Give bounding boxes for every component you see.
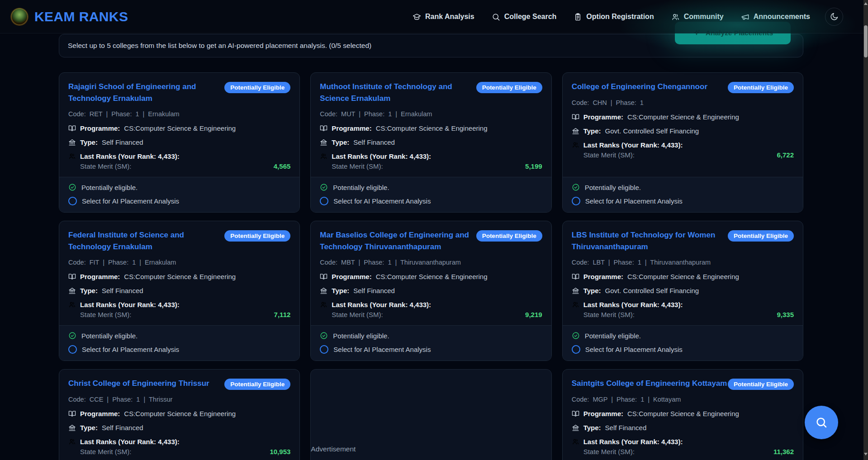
last-ranks-row: Last Ranks (Your Rank: 4,433): <box>320 152 542 161</box>
select-radio[interactable] <box>68 197 77 205</box>
state-merit-label: State Merit (SM): <box>583 448 635 456</box>
nav-item-option-registration[interactable]: Option Registration <box>574 13 654 21</box>
college-title[interactable]: LBS Institute of Technology for Women Th… <box>572 229 728 253</box>
card-footer: Potentially eligible. Select for AI Plac… <box>311 177 551 212</box>
nav-item-community[interactable]: Community <box>671 13 724 21</box>
scrollbar-thumb[interactable] <box>864 25 868 57</box>
eligibility-badge: Potentially Eligible <box>224 82 290 93</box>
book-icon <box>572 273 579 280</box>
people-icon <box>68 438 76 446</box>
type-value: Self Financed <box>102 286 143 295</box>
book-icon <box>572 113 579 121</box>
last-ranks-label: Last Ranks (Your Rank: 4,433): <box>583 141 683 149</box>
last-ranks-label: Last Ranks (Your Rank: 4,433): <box>332 300 431 309</box>
college-meta: Code: CCE | Phase: 1 | Thrissur <box>68 396 290 403</box>
select-row[interactable]: Select for AI Placement Analysis <box>68 197 290 205</box>
select-row[interactable]: Select for AI Placement Analysis <box>320 197 542 205</box>
eligibility-badge: Potentially Eligible <box>728 379 794 390</box>
college-meta: Code: FIT | Phase: 1 | Ernakulam <box>68 259 290 266</box>
college-title[interactable]: Rajagiri School of Engineering and Techn… <box>68 81 224 104</box>
college-title[interactable]: Federal Institute of Science and Technol… <box>68 229 224 253</box>
state-merit-value: 10,953 <box>270 448 290 456</box>
college-title[interactable]: Saintgits College of Engineering Kottaya… <box>572 378 727 389</box>
state-merit-value: 5,199 <box>525 162 542 171</box>
nav-item-rank-analysis[interactable]: Rank Analysis <box>413 13 474 21</box>
select-row[interactable]: Select for AI Placement Analysis <box>68 345 290 354</box>
theme-toggle-button[interactable] <box>825 8 843 26</box>
programme-value: CS:Computer Science & Engineering <box>376 272 488 281</box>
programme-value: CS:Computer Science & Engineering <box>627 113 739 121</box>
programme-row: Programme: CS:Computer Science & Enginee… <box>320 124 542 133</box>
college-title[interactable]: College of Engineering Chengannoor <box>572 81 707 93</box>
state-merit-value: 6,722 <box>777 151 794 159</box>
type-value: Self Financed <box>102 138 143 147</box>
scrollbar-down-arrow[interactable] <box>864 453 868 455</box>
last-ranks-label: Last Ranks (Your Rank: 4,433): <box>583 300 683 309</box>
state-merit-row: State Merit (SM): 9,335 <box>572 311 794 319</box>
type-row: Type: Self Financed <box>68 423 290 432</box>
select-label[interactable]: Select for AI Placement Analysis <box>585 197 683 205</box>
select-radio[interactable] <box>320 197 328 205</box>
last-ranks-row: Last Ranks (Your Rank: 4,433): <box>320 300 542 309</box>
college-title[interactable]: Mar Baselios College of Engineering and … <box>320 229 476 253</box>
state-merit-row: State Merit (SM): 10,953 <box>68 448 290 456</box>
type-row: Type: Self Financed <box>320 286 542 295</box>
people-icon <box>572 301 579 308</box>
state-merit-label: State Merit (SM): <box>332 162 383 171</box>
bank-icon <box>320 138 327 146</box>
college-title[interactable]: Christ College of Engineering Thrissur <box>68 378 209 389</box>
nav-item-college-search[interactable]: College Search <box>492 13 557 21</box>
scrollbar-up-arrow[interactable] <box>864 2 868 5</box>
programme-value: CS:Computer Science & Engineering <box>376 124 488 133</box>
type-label: Type: <box>583 127 601 135</box>
brand-title: KEAM RANKS <box>34 9 128 24</box>
check-circle-icon <box>68 183 76 191</box>
select-label[interactable]: Select for AI Placement Analysis <box>82 197 179 205</box>
clipboard-icon <box>574 13 582 21</box>
programme-label: Programme: <box>80 124 120 133</box>
select-radio[interactable] <box>572 345 580 354</box>
state-merit-label: State Merit (SM): <box>80 162 131 171</box>
select-radio[interactable] <box>68 345 77 354</box>
eligible-note: Potentially eligible. <box>585 184 641 191</box>
college-meta: Code: LBT | Phase: 1 | Thiruvananthapura… <box>572 259 794 266</box>
bank-icon <box>320 287 327 294</box>
select-label[interactable]: Select for AI Placement Analysis <box>333 346 431 353</box>
last-ranks-label: Last Ranks (Your Rank: 4,433): <box>583 437 683 446</box>
chat-search-fab[interactable] <box>805 406 838 439</box>
search-icon <box>815 416 828 429</box>
last-ranks-row: Last Ranks (Your Rank: 4,433): <box>68 152 290 161</box>
keam-logo <box>11 8 28 25</box>
book-icon <box>68 410 76 417</box>
select-label[interactable]: Select for AI Placement Analysis <box>333 197 431 205</box>
advertisement-card: Advertisement <box>310 369 551 460</box>
brand[interactable]: KEAM RANKS <box>11 8 128 25</box>
selection-instructions: Select up to 5 colleges from the list be… <box>68 42 371 50</box>
select-label[interactable]: Select for AI Placement Analysis <box>82 346 179 353</box>
last-ranks-row: Last Ranks (Your Rank: 4,433): <box>68 437 290 446</box>
programme-row: Programme: CS:Computer Science & Enginee… <box>572 113 794 121</box>
last-ranks-row: Last Ranks (Your Rank: 4,433): <box>572 141 794 149</box>
type-value: Self Financed <box>102 423 143 432</box>
last-ranks-label: Last Ranks (Your Rank: 4,433): <box>80 300 180 309</box>
nav-item-announcements[interactable]: Announcements <box>741 13 810 21</box>
select-radio[interactable] <box>572 197 580 205</box>
college-card: College of Engineering Chengannoor Poten… <box>562 72 803 213</box>
select-row[interactable]: Select for AI Placement Analysis <box>572 345 794 354</box>
college-meta: Code: MBT | Phase: 1 | Thiruvananthapura… <box>320 259 542 266</box>
people-icon <box>320 301 327 308</box>
select-radio[interactable] <box>320 345 328 354</box>
eligibility-badge: Potentially Eligible <box>476 82 542 93</box>
programme-value: CS:Computer Science & Engineering <box>627 272 739 281</box>
college-title[interactable]: Muthoot Institute of Technology and Scie… <box>320 81 476 104</box>
window-scrollbar[interactable] <box>863 0 868 460</box>
book-icon <box>320 124 327 132</box>
state-merit-row: State Merit (SM): 11,362 <box>572 448 794 456</box>
select-row[interactable]: Select for AI Placement Analysis <box>572 197 794 205</box>
ad-label: Advertisement <box>311 445 356 453</box>
select-label[interactable]: Select for AI Placement Analysis <box>585 346 683 353</box>
programme-label: Programme: <box>80 409 120 418</box>
main-nav: Rank Analysis College Search Option Regi… <box>413 0 810 33</box>
select-row[interactable]: Select for AI Placement Analysis <box>320 345 542 354</box>
eligible-note: Potentially eligible. <box>81 184 138 191</box>
